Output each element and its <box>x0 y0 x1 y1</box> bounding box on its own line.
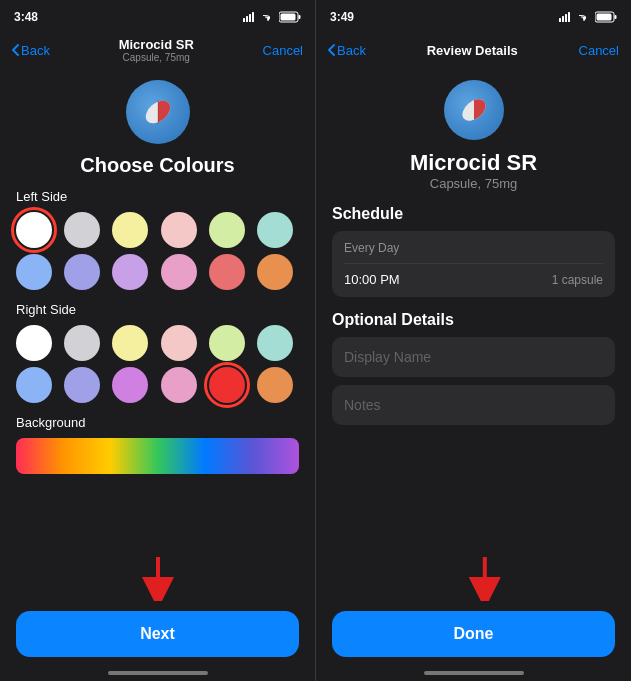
schedule-card: Every Day 10:00 PM 1 capsule <box>332 231 615 297</box>
signal-icon <box>243 12 257 22</box>
schedule-time: 10:00 PM <box>344 272 400 287</box>
left-cancel-button[interactable]: Cancel <box>263 43 303 58</box>
left-color-6[interactable] <box>257 212 293 248</box>
left-time: 3:48 <box>14 10 38 24</box>
left-color-11[interactable] <box>209 254 245 290</box>
left-color-7[interactable] <box>16 254 52 290</box>
choose-colours-title: Choose Colours <box>80 154 234 177</box>
svg-rect-5 <box>299 15 301 19</box>
battery-icon <box>279 11 301 23</box>
svg-rect-6 <box>281 14 296 21</box>
svg-rect-19 <box>597 14 612 21</box>
right-color-11[interactable] <box>209 367 245 403</box>
right-colour-grid <box>16 325 299 403</box>
left-pill-icon <box>126 80 190 144</box>
right-red-arrow <box>466 557 502 605</box>
svg-rect-9 <box>158 92 178 132</box>
left-nav-title-group: Microcid SR Capsule, 75mg <box>119 37 194 63</box>
background-gradient-bar[interactable] <box>16 438 299 474</box>
svg-rect-3 <box>252 12 254 22</box>
optional-title: Optional Details <box>332 311 615 329</box>
right-color-3[interactable] <box>112 325 148 361</box>
left-home-indicator <box>108 671 208 675</box>
svg-rect-16 <box>568 12 570 22</box>
right-color-5[interactable] <box>209 325 245 361</box>
schedule-dose: 1 capsule <box>552 273 603 287</box>
time-dose-row: 10:00 PM 1 capsule <box>344 263 603 287</box>
right-signal-icon <box>559 12 573 22</box>
left-color-4[interactable] <box>161 212 197 248</box>
svg-rect-22 <box>474 91 493 129</box>
right-nav-bar: Back Review Details Cancel <box>316 28 631 72</box>
display-name-input[interactable]: Display Name <box>332 337 615 377</box>
left-nav-subtitle: Capsule, 75mg <box>123 52 190 63</box>
next-button[interactable]: Next <box>16 611 299 657</box>
right-side-label: Right Side <box>16 302 299 317</box>
medication-name: Microcid SR <box>332 150 615 176</box>
right-color-9[interactable] <box>112 367 148 403</box>
medication-sub: Capsule, 75mg <box>332 176 615 191</box>
right-color-8[interactable] <box>64 367 100 403</box>
svg-rect-0 <box>243 18 245 22</box>
svg-rect-1 <box>246 16 248 22</box>
right-color-12[interactable] <box>257 367 293 403</box>
right-home-indicator <box>424 671 524 675</box>
right-color-7[interactable] <box>16 367 52 403</box>
right-pill-icon <box>444 80 504 140</box>
right-time: 3:49 <box>330 10 354 24</box>
svg-rect-18 <box>615 15 617 19</box>
left-color-8[interactable] <box>64 254 100 290</box>
left-color-3[interactable] <box>112 212 148 248</box>
left-color-1[interactable] <box>16 212 52 248</box>
right-color-4[interactable] <box>161 325 197 361</box>
frequency-row: Every Day <box>344 241 603 255</box>
right-side-section: Right Side <box>0 302 315 415</box>
left-screen: 3:48 <box>0 0 315 681</box>
notes-input[interactable]: Notes <box>332 385 615 425</box>
left-red-arrow <box>140 557 176 605</box>
right-pill-svg <box>455 91 493 129</box>
svg-rect-15 <box>565 14 567 22</box>
right-status-bar: 3:49 <box>316 0 631 28</box>
right-color-10[interactable] <box>161 367 197 403</box>
left-color-2[interactable] <box>64 212 100 248</box>
right-battery-icon <box>595 11 617 23</box>
left-status-icons <box>243 11 301 23</box>
schedule-title: Schedule <box>332 205 615 223</box>
background-label: Background <box>16 415 299 430</box>
left-colour-grid <box>16 212 299 290</box>
left-nav-bar: Back Microcid SR Capsule, 75mg Cancel <box>0 28 315 72</box>
svg-rect-13 <box>559 18 561 22</box>
right-screen: 3:49 Back <box>315 0 631 681</box>
right-cancel-button[interactable]: Cancel <box>579 43 619 58</box>
left-status-bar: 3:48 <box>0 0 315 28</box>
left-color-12[interactable] <box>257 254 293 290</box>
left-back-button[interactable]: Back <box>12 43 50 58</box>
back-chevron-icon <box>12 44 19 56</box>
svg-rect-2 <box>249 14 251 22</box>
left-color-9[interactable] <box>112 254 148 290</box>
pill-svg <box>138 92 178 132</box>
svg-rect-14 <box>562 16 564 22</box>
right-wifi-icon <box>577 12 591 22</box>
done-button[interactable]: Done <box>332 611 615 657</box>
frequency-label: Every Day <box>344 241 399 255</box>
right-color-2[interactable] <box>64 325 100 361</box>
right-nav-title: Review Details <box>427 43 518 58</box>
left-color-5[interactable] <box>209 212 245 248</box>
left-color-10[interactable] <box>161 254 197 290</box>
right-back-chevron-icon <box>328 44 335 56</box>
wifi-icon <box>261 12 275 22</box>
right-status-icons <box>559 11 617 23</box>
background-section: Background <box>0 415 315 474</box>
left-side-label: Left Side <box>16 189 299 204</box>
left-nav-title: Microcid SR <box>119 37 194 52</box>
left-side-section: Left Side <box>0 189 315 302</box>
right-color-1[interactable] <box>16 325 52 361</box>
right-back-button[interactable]: Back <box>328 43 366 58</box>
right-color-6[interactable] <box>257 325 293 361</box>
